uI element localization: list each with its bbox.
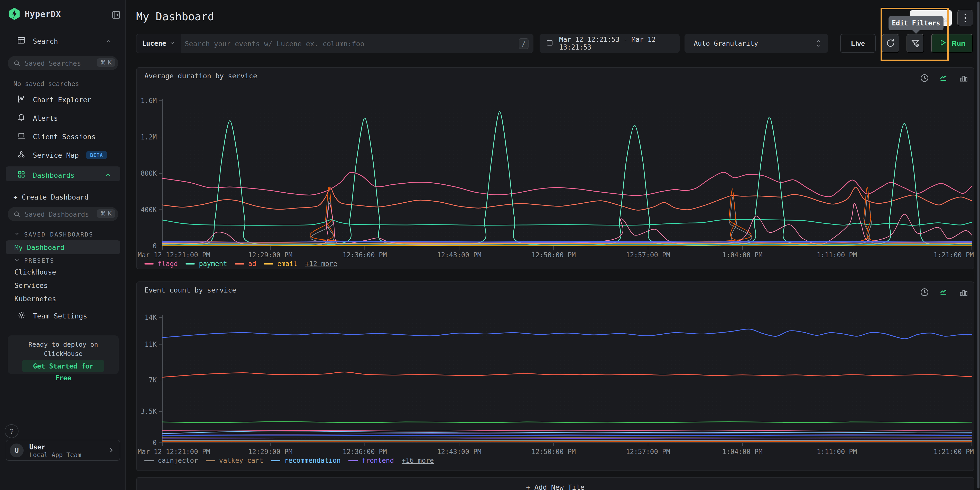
svg-text:12:50:00 PM: 12:50:00 PM: [531, 448, 576, 455]
legend-label: email: [277, 260, 297, 268]
legend-entry[interactable]: ad: [235, 260, 256, 268]
legend-swatch: [271, 460, 280, 461]
help-button[interactable]: ?: [5, 424, 19, 438]
chevron-up-icon[interactable]: [105, 38, 111, 45]
preset-services[interactable]: Services: [14, 281, 48, 289]
legend-swatch: [235, 263, 244, 265]
sidebar-item-label: Service Map: [33, 151, 79, 159]
clickhouse-cloud-card: Ready to deploy on ClickHouse Cloud? Get…: [8, 335, 119, 374]
granularity-select[interactable]: Auto Granularity: [684, 34, 828, 53]
saved-searches-search: ⌘ K: [8, 56, 118, 70]
svg-text:1:21:00 PM: 1:21:00 PM: [934, 448, 974, 455]
refresh-icon: [886, 38, 896, 49]
kebab-menu-button[interactable]: [958, 10, 973, 26]
legend-entry[interactable]: recommendation: [271, 457, 341, 464]
legend-label: recommendation: [285, 457, 341, 464]
clock-icon[interactable]: [920, 73, 929, 84]
hyperdx-logo-icon: [8, 7, 21, 21]
duration-chart[interactable]: 1.6M1.2M800K400K0Mar 12 12:21:00 PM12:29…: [137, 68, 975, 270]
legend-entry[interactable]: flagd: [145, 260, 178, 268]
sidebar-item-chart-explorer[interactable]: Chart Explorer: [17, 95, 91, 105]
question-icon: ?: [10, 427, 14, 435]
sidebar-item-label: Alerts: [33, 114, 58, 122]
legend-label: flagd: [158, 260, 178, 268]
sidebar-item-label: Chart Explorer: [33, 96, 91, 104]
run-button[interactable]: Run: [931, 34, 973, 53]
legend-more-link[interactable]: +12 more: [305, 260, 337, 268]
svg-text:12:43:00 PM: 12:43:00 PM: [437, 448, 481, 455]
svg-text:1:21:00 PM: 1:21:00 PM: [934, 251, 974, 259]
preset-kubernetes[interactable]: Kubernetes: [14, 295, 56, 303]
legend-label: ad: [248, 260, 256, 268]
sidebar-item-label: Client Sessions: [33, 133, 95, 141]
panel-average-duration: Average duration by service 1.6M1.2M800K…: [136, 67, 974, 269]
dashboards-grid-icon: [17, 170, 26, 180]
collapse-sidebar-icon[interactable]: [111, 10, 121, 20]
section-saved-dashboards[interactable]: SAVED DASHBOARDS: [14, 231, 94, 238]
section-presets[interactable]: PRESETS: [14, 257, 54, 264]
add-new-tile-button[interactable]: + Add New Tile: [136, 477, 974, 490]
svg-text:12:57:00 PM: 12:57:00 PM: [626, 251, 670, 259]
svg-text:12:57:00 PM: 12:57:00 PM: [626, 448, 670, 455]
sidebar-item-client-sessions[interactable]: Client Sessions: [17, 132, 95, 142]
sidebar-item-alerts[interactable]: Alerts: [17, 113, 58, 123]
calendar-icon: [546, 39, 554, 48]
cmd-k-shortcut-badge: ⌘ K: [97, 209, 115, 218]
cmd-k-shortcut-badge: ⌘ K: [97, 58, 115, 67]
refresh-button[interactable]: [882, 34, 899, 53]
line-chart-icon[interactable]: [939, 73, 949, 84]
legend-label: payment: [199, 260, 227, 268]
live-button[interactable]: Live: [840, 34, 876, 53]
count-chart[interactable]: 14K11K7K3.5K0Mar 12 12:21:00 PM12:29:00 …: [137, 282, 975, 471]
date-range-value: Mar 12 12:21:53 - Mar 12 13:21:53: [559, 36, 679, 51]
legend-entry[interactable]: cainjector: [145, 457, 198, 464]
svg-text:12:29:00 PM: 12:29:00 PM: [248, 251, 293, 259]
sidebar-item-team-settings[interactable]: Team Settings: [17, 311, 87, 321]
legend-entry[interactable]: frontend: [348, 457, 394, 464]
chart-explorer-icon: [17, 95, 26, 105]
user-card[interactable]: U User Local App Team: [6, 440, 120, 461]
svg-text:1:04:00 PM: 1:04:00 PM: [722, 448, 763, 455]
svg-text:0: 0: [153, 242, 157, 250]
saved-dashboards-input[interactable]: [24, 207, 97, 222]
search-panel-icon: [17, 36, 26, 46]
legend-entry[interactable]: payment: [186, 260, 227, 268]
svg-text:12:29:00 PM: 12:29:00 PM: [248, 448, 293, 455]
get-started-button[interactable]: Get Started for Free: [22, 360, 104, 372]
sidebar-item-dashboards-label[interactable]: Dashboards: [17, 170, 75, 180]
create-dashboard-button[interactable]: + Create Dashboard: [13, 193, 89, 201]
line-chart-icon[interactable]: [939, 288, 949, 298]
legend-swatch: [145, 263, 154, 265]
avatar: U: [10, 444, 24, 457]
edit-filters-button[interactable]: [907, 34, 924, 53]
svg-text:Mar 12 12:21:00 PM: Mar 12 12:21:00 PM: [138, 448, 210, 455]
language-dropdown[interactable]: Lucene: [137, 34, 181, 52]
chevron-up-icon[interactable]: [105, 171, 111, 178]
bar-chart-icon[interactable]: [959, 73, 968, 84]
panel-toolbar: [920, 73, 968, 84]
sidebar-item-label: Team Settings: [33, 312, 87, 320]
sidebar-item-service-map[interactable]: Service Map BETA: [17, 150, 107, 160]
my-dashboard-link[interactable]: My Dashboard: [14, 243, 65, 251]
chart-legend: flagdpaymentademail+12 more: [145, 260, 337, 268]
preset-clickhouse[interactable]: ClickHouse: [14, 268, 56, 276]
bar-chart-icon[interactable]: [959, 288, 968, 298]
sidebar: HyperDX Search ⌘ K No saved searches Cha…: [0, 0, 126, 490]
page-title: My Dashboard: [136, 10, 214, 23]
svg-text:12:36:00 PM: 12:36:00 PM: [342, 251, 387, 259]
event-search-bar: Lucene /: [136, 34, 533, 53]
event-search-input[interactable]: [184, 34, 488, 53]
legend-entry[interactable]: valkey-cart: [206, 457, 263, 464]
date-range-picker[interactable]: Mar 12 12:21:53 - Mar 12 13:21:53: [539, 34, 679, 53]
svg-text:7K: 7K: [149, 376, 157, 384]
svg-text:800K: 800K: [140, 170, 157, 177]
clock-icon[interactable]: [920, 288, 929, 298]
sidebar-item-search[interactable]: Search: [17, 36, 58, 46]
chevron-down-icon: [14, 257, 20, 264]
svg-text:1:11:00 PM: 1:11:00 PM: [817, 251, 857, 259]
legend-entry[interactable]: email: [264, 260, 297, 268]
saved-searches-input[interactable]: [24, 56, 97, 71]
legend-more-link[interactable]: +16 more: [402, 457, 434, 464]
panel-event-count: Event count by service 14K11K7K3.5K0Mar …: [136, 281, 974, 471]
vertical-scrollbar[interactable]: [977, 2, 980, 488]
